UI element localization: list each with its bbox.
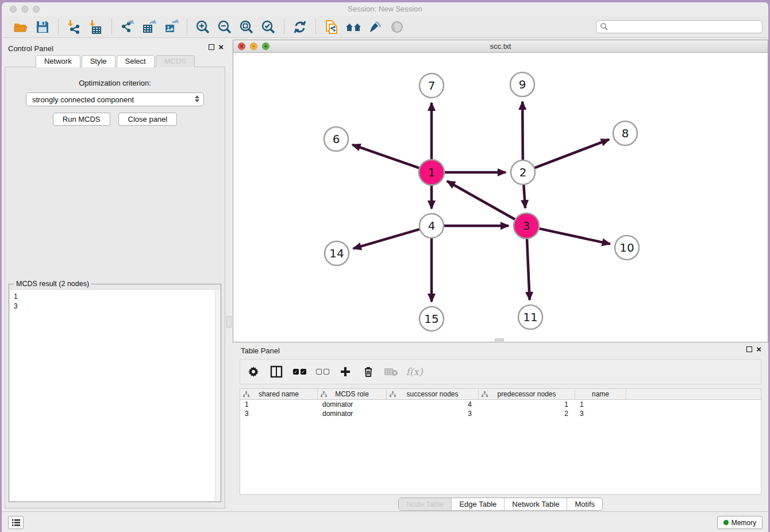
zoom-fit-icon[interactable] xyxy=(238,18,255,36)
network-canvas[interactable]: 7968124314101511 xyxy=(233,53,768,342)
graph-edge-4-14[interactable] xyxy=(353,229,419,248)
mcds-panel: Optimization criterion: strongly connect… xyxy=(5,67,225,508)
close-table-panel-icon[interactable]: × xyxy=(756,346,761,352)
network-window-titlebar[interactable]: × − + scc.txt xyxy=(233,40,768,53)
select-all-icon[interactable]: ✓✓ xyxy=(292,364,307,379)
table-panel-header: Table Panel × xyxy=(233,344,768,357)
float-panel-icon[interactable] xyxy=(209,44,214,50)
export-network-icon[interactable] xyxy=(119,18,136,36)
first-neighbors-icon[interactable] xyxy=(345,18,362,36)
zoom-out-icon[interactable] xyxy=(216,18,233,36)
memory-button[interactable]: Memory xyxy=(717,516,763,529)
import-table-icon[interactable] xyxy=(87,18,105,36)
search-field-wrap xyxy=(596,20,763,33)
tab-style[interactable]: Style xyxy=(82,55,116,67)
graph-edge-2-9[interactable] xyxy=(522,102,523,160)
table-cell[interactable]: 1 xyxy=(240,400,318,409)
table-cell[interactable]: 1 xyxy=(479,400,575,409)
table-toolbar: ✓✓ f(x) xyxy=(240,359,761,384)
table-cell[interactable]: 1 xyxy=(575,400,626,409)
column-header-predecessor-nodes[interactable]: predecessor nodes xyxy=(479,389,575,399)
table-cell[interactable]: dominator xyxy=(318,409,387,418)
toolbar-separator xyxy=(187,20,187,34)
graph-node-label-14: 14 xyxy=(329,246,344,260)
paint-style-icon[interactable] xyxy=(367,18,384,36)
column-header-label: shared name xyxy=(259,390,299,398)
tree-icon xyxy=(482,391,488,399)
status-bar: Memory xyxy=(2,511,768,532)
table-row[interactable]: 1dominator411 xyxy=(240,400,761,409)
delete-row-icon[interactable] xyxy=(361,364,376,379)
dropdown-stepper-icon xyxy=(195,95,199,102)
zoom-in-icon[interactable] xyxy=(194,18,211,36)
column-header-MCDS-role[interactable]: MCDS role xyxy=(318,389,387,399)
import-network-icon[interactable] xyxy=(66,18,83,36)
tab-node-table[interactable]: Node Table xyxy=(399,498,452,510)
duplicate-network-icon[interactable] xyxy=(323,18,340,36)
run-mcds-button[interactable]: Run MCDS xyxy=(53,113,110,126)
column-header-shared-name[interactable]: shared name xyxy=(240,389,318,399)
panel-splitter-handle[interactable] xyxy=(226,316,232,327)
table-cell[interactable]: 3 xyxy=(387,409,479,418)
table-tabs: Node TableEdge TableNetwork TableMotifs xyxy=(233,498,768,511)
control-panel: Control Panel × NetworkStyleSelectMCDS O… xyxy=(5,41,226,509)
table-cell[interactable]: 2 xyxy=(479,409,575,418)
graph-node-label-10: 10 xyxy=(619,241,634,255)
column-header-name[interactable]: name xyxy=(575,389,626,399)
column-pane-icon[interactable] xyxy=(269,364,284,379)
close-panel-button[interactable]: Close panel xyxy=(118,113,178,126)
optimization-criterion-select[interactable]: strongly connected component xyxy=(26,92,204,106)
table-cell[interactable]: 4 xyxy=(387,400,479,409)
tab-select[interactable]: Select xyxy=(117,55,155,67)
node-table: shared nameMCDS rolesuccessor nodesprede… xyxy=(240,388,761,495)
tab-edge-table[interactable]: Edge Table xyxy=(451,498,504,510)
column-header-label: predecessor nodes xyxy=(497,390,556,398)
mcds-result-group: MCDS result (2 nodes) 13 xyxy=(9,284,221,502)
optimization-criterion-label: Optimization criterion: xyxy=(5,79,225,87)
tree-icon xyxy=(243,391,249,399)
table-row[interactable]: 3dominator323 xyxy=(240,409,761,418)
table-cell[interactable]: 3 xyxy=(240,409,318,418)
export-table-icon[interactable] xyxy=(141,18,158,36)
graph-edge-2-8[interactable] xyxy=(535,140,609,168)
graph-edge-3-1[interactable] xyxy=(447,181,515,219)
graph-node-label-7: 7 xyxy=(428,79,436,92)
tab-mcds[interactable]: MCDS xyxy=(156,55,195,67)
scrollbar[interactable] xyxy=(215,290,220,501)
gear-icon[interactable] xyxy=(246,364,261,379)
save-session-icon[interactable] xyxy=(34,18,51,36)
graph-node-label-1: 1 xyxy=(428,165,436,179)
graph-node-label-15: 15 xyxy=(424,312,438,326)
main-area: Control Panel × NetworkStyleSelectMCDS O… xyxy=(2,38,768,511)
column-header-label: name xyxy=(592,390,609,398)
task-history-button[interactable] xyxy=(8,516,24,529)
table-body: 1dominator4113dominator323 xyxy=(240,400,761,418)
graph-edge-3-10[interactable] xyxy=(539,229,610,244)
tab-motifs[interactable]: Motifs xyxy=(567,498,602,510)
graph-edge-3-11[interactable] xyxy=(527,239,530,300)
close-panel-icon[interactable]: × xyxy=(218,44,224,50)
memory-status-icon xyxy=(723,520,729,525)
network-hscroll-thumb[interactable] xyxy=(495,338,504,341)
tab-network-table[interactable]: Network Table xyxy=(504,498,567,510)
mcds-result-text[interactable]: 13 xyxy=(10,290,220,501)
graph-edge-1-6[interactable] xyxy=(352,145,419,168)
control-panel-header: Control Panel × xyxy=(5,41,226,55)
memory-label: Memory xyxy=(732,519,756,527)
graph-edge-2-3[interactable] xyxy=(523,185,525,208)
tab-network[interactable]: Network xyxy=(36,55,80,67)
column-header-successor-nodes[interactable]: successor nodes xyxy=(387,389,479,399)
window-title: Session: New Session xyxy=(2,5,768,13)
export-image-icon[interactable] xyxy=(163,18,180,36)
zoom-selected-icon[interactable] xyxy=(260,18,277,36)
add-row-icon[interactable] xyxy=(338,364,353,379)
float-table-panel-icon[interactable] xyxy=(746,346,752,352)
deselect-all-icon[interactable] xyxy=(315,364,330,379)
tree-icon xyxy=(390,391,396,399)
table-cell[interactable]: dominator xyxy=(318,400,387,409)
table-cell[interactable]: 3 xyxy=(575,409,626,418)
open-file-icon[interactable] xyxy=(12,18,29,36)
refresh-icon[interactable] xyxy=(291,18,309,36)
table-panel-title: Table Panel xyxy=(241,346,280,355)
search-input[interactable] xyxy=(596,20,763,33)
